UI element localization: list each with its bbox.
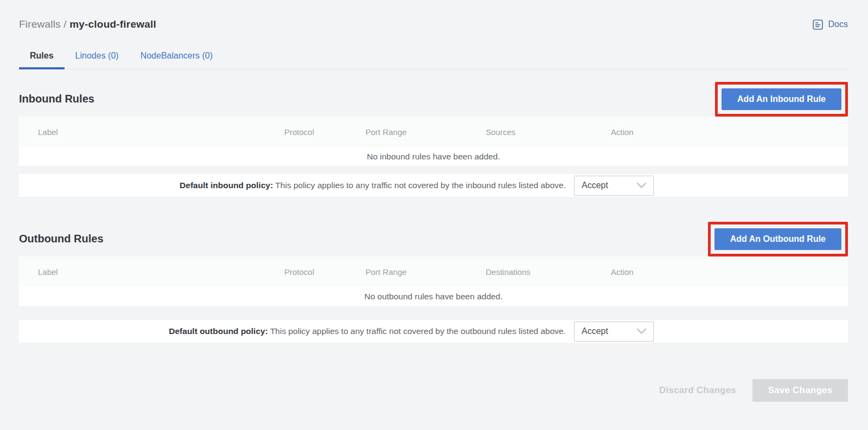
inbound-column-protocol: Protocol	[284, 127, 366, 137]
outbound-column-label: Label	[19, 267, 284, 277]
outbound-annotation-highlight: Add An Outbound Rule	[708, 222, 848, 256]
footer-actions: Discard Changes Save Changes	[19, 379, 848, 402]
inbound-empty-message: No inbound rules have been added.	[367, 152, 500, 162]
outbound-empty-message: No outbound rules have been added.	[364, 292, 502, 301]
breadcrumb: Firewalls / my-cloud-firewall	[19, 18, 156, 30]
outbound-policy-text: Default outbound policy: This policy app…	[19, 326, 566, 336]
outbound-column-action: Action	[611, 267, 848, 277]
breadcrumb-separator: /	[63, 18, 69, 30]
inbound-rules-heading: Inbound Rules	[19, 93, 94, 105]
tab-rules[interactable]: Rules	[19, 42, 65, 69]
inbound-policy-row: Default inbound policy: This policy appl…	[19, 174, 848, 197]
chevron-down-icon	[636, 182, 647, 189]
outbound-column-protocol: Protocol	[284, 267, 366, 277]
inbound-empty-row: No inbound rules have been added.	[19, 147, 848, 166]
inbound-annotation-highlight: Add An Inbound Rule	[715, 82, 848, 117]
inbound-column-action: Action	[611, 127, 848, 137]
inbound-policy-select[interactable]: Accept	[574, 176, 654, 196]
breadcrumb-firewalls-link[interactable]: Firewalls	[19, 18, 61, 30]
add-outbound-rule-button[interactable]: Add An Outbound Rule	[714, 228, 841, 250]
inbound-table-header: Label Protocol Port Range Sources Action	[19, 117, 848, 147]
firewall-detail-page: Firewalls / my-cloud-firewall Docs Rules…	[0, 15, 868, 402]
inbound-column-label: Label	[19, 127, 284, 137]
breadcrumb-current-firewall: my-cloud-firewall	[69, 18, 156, 30]
outbound-policy-select[interactable]: Accept	[574, 322, 654, 342]
outbound-policy-selected-value: Accept	[582, 326, 608, 336]
outbound-section-header: Outbound Rules Add An Outbound Rule	[19, 221, 848, 256]
outbound-policy-description: This policy applies to any traffic not c…	[270, 326, 566, 336]
outbound-policy-label: Default outbound policy:	[169, 326, 268, 336]
tab-nodebalancers[interactable]: NodeBalancers (0)	[130, 42, 224, 69]
inbound-column-port-range: Port Range	[366, 127, 486, 137]
docs-link[interactable]: Docs	[812, 19, 848, 30]
outbound-empty-row: No outbound rules have been added.	[19, 287, 848, 306]
save-changes-button[interactable]: Save Changes	[752, 379, 848, 402]
outbound-column-port-range: Port Range	[366, 267, 486, 277]
outbound-policy-row: Default outbound policy: This policy app…	[19, 320, 848, 343]
tab-linodes[interactable]: Linodes (0)	[65, 42, 130, 69]
chevron-down-icon	[636, 328, 647, 335]
outbound-column-destinations: Destinations	[486, 267, 611, 277]
inbound-policy-label: Default inbound policy:	[180, 181, 273, 190]
inbound-policy-text: Default inbound policy: This policy appl…	[19, 181, 566, 190]
document-icon	[812, 19, 824, 30]
inbound-section-header: Inbound Rules Add An Inbound Rule	[19, 81, 848, 117]
inbound-policy-selected-value: Accept	[582, 181, 608, 190]
inbound-column-sources: Sources	[486, 127, 611, 137]
discard-changes-button[interactable]: Discard Changes	[659, 385, 736, 396]
page-header: Firewalls / my-cloud-firewall Docs	[19, 15, 848, 34]
tab-bar: Rules Linodes (0) NodeBalancers (0)	[19, 42, 848, 69]
docs-link-label: Docs	[828, 20, 848, 29]
inbound-policy-description: This policy applies to any traffic not c…	[275, 181, 566, 190]
add-inbound-rule-button[interactable]: Add An Inbound Rule	[722, 88, 841, 110]
outbound-table-header: Label Protocol Port Range Destinations A…	[19, 256, 848, 287]
outbound-rules-heading: Outbound Rules	[19, 233, 104, 245]
